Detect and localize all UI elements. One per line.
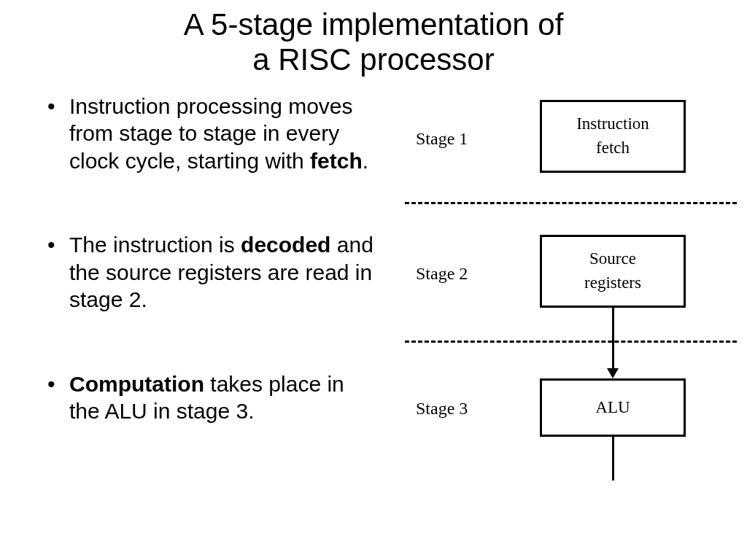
- stage-2-label: Stage 2: [416, 264, 468, 284]
- divider-1: [405, 202, 737, 204]
- divider-2: [405, 341, 737, 343]
- box1-line2: fetch: [548, 136, 678, 160]
- bullet-2-bold: decoded: [241, 233, 330, 257]
- bullet-2-text-pre: The instruction is: [69, 233, 241, 257]
- arrow-2-line: [612, 437, 614, 481]
- arrow-1-line: [612, 308, 614, 370]
- slide-content: Instruction processing moves from stage …: [0, 93, 747, 545]
- title-line-1: A 5-stage implementation of: [184, 7, 564, 42]
- box1-line1: Instruction: [548, 112, 678, 136]
- bullet-1-text-post: .: [363, 149, 368, 173]
- bullet-2: The instruction is decoded and the sourc…: [69, 231, 379, 314]
- title-line-2: a RISC processor: [252, 42, 494, 77]
- box-alu: ALU: [540, 378, 686, 437]
- box-instruction-fetch: Instruction fetch: [540, 100, 686, 173]
- stage-1-label: Stage 1: [416, 129, 468, 149]
- box2-line1: Source: [548, 247, 678, 271]
- box2-line2: registers: [548, 271, 678, 295]
- box-source-registers: Source registers: [540, 235, 686, 308]
- bullet-1: Instruction processing moves from stage …: [69, 93, 379, 175]
- arrow-1-head-icon: [607, 368, 619, 378]
- slide-title: A 5-stage implementation of a RISC proce…: [0, 0, 747, 78]
- pipeline-diagram: Stage 1 Instruction fetch Stage 2 Source…: [394, 93, 737, 545]
- bullet-3-bold: Computation: [69, 372, 204, 396]
- bullet-list: Instruction processing moves from stage …: [0, 93, 394, 482]
- box3-text: ALU: [548, 396, 678, 419]
- bullet-3: Computation takes place in the ALU in st…: [69, 370, 379, 425]
- stage-3-label: Stage 3: [416, 399, 468, 419]
- bullet-1-bold: fetch: [310, 149, 363, 173]
